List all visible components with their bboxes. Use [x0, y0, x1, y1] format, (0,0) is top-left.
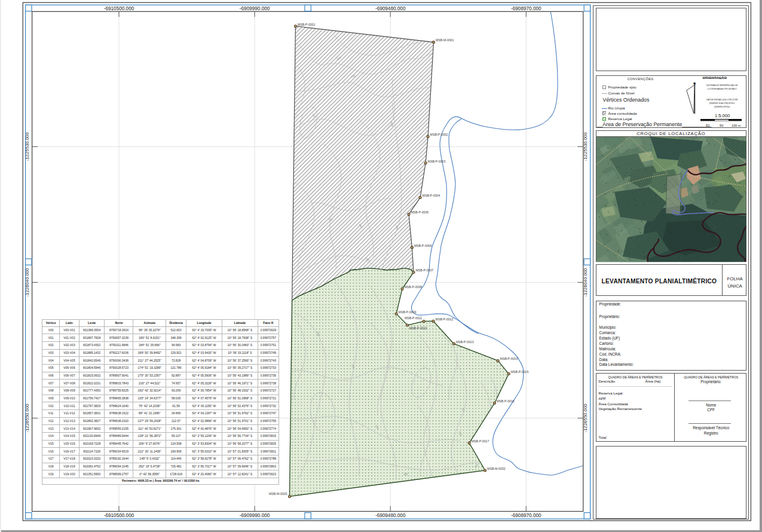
svg-text:MSB-P-0016: MSB-P-0016	[497, 399, 515, 403]
svg-text:-1225530.000: -1225530.000	[583, 132, 588, 161]
svg-text:-6909990.000: -6909990.000	[240, 6, 270, 11]
svg-text:MSB-P-0003: MSB-P-0003	[428, 160, 446, 163]
svg-text:MSB-P-0006: MSB-P-0006	[414, 244, 432, 247]
svg-text:MSB-P-0012: MSB-P-0012	[436, 317, 454, 321]
svg-text:MSB-P-0008: MSB-P-0008	[405, 285, 423, 289]
svg-text:148: 148	[390, 122, 394, 127]
svg-text:-6910500.000: -6910500.000	[104, 6, 134, 11]
svg-text:-1226550.000: -1226550.000	[583, 403, 588, 433]
svg-text:MSB-P-0017: MSB-P-0017	[472, 439, 489, 443]
svg-text:MSB-P-0015: MSB-P-0015	[511, 370, 529, 374]
svg-text:-6908970.000: -6908970.000	[511, 6, 541, 11]
svg-text:MSB-P-0011: MSB-P-0011	[405, 316, 422, 320]
svg-text:MSB-P-0001: MSB-P-0001	[298, 23, 316, 26]
svg-text:MSB-P-0004: MSB-P-0004	[423, 194, 440, 197]
svg-text:160: 160	[403, 473, 408, 476]
svg-text:-6908970.000: -6908970.000	[511, 513, 541, 518]
svg-text:MSB-M-0003: MSB-M-0003	[269, 492, 287, 496]
svg-text:-6909990.000: -6909990.000	[240, 513, 270, 518]
svg-text:-6909480.000: -6909480.000	[375, 6, 406, 11]
svg-text:MSB-P-0014: MSB-P-0014	[500, 357, 518, 360]
svg-text:MSB-P-0013: MSB-P-0013	[456, 340, 474, 344]
svg-text:MSB-M-0001: MSB-M-0001	[436, 38, 454, 42]
svg-text:MSB-P-0005: MSB-P-0005	[411, 210, 429, 214]
svg-text:MSB-M-0002: MSB-M-0002	[487, 467, 506, 470]
svg-text:MSB-P-0009: MSB-P-0009	[399, 310, 417, 314]
svg-text:MSB-P-0007: MSB-P-0007	[416, 268, 434, 272]
svg-text:-6909480.000: -6909480.000	[375, 513, 406, 518]
svg-text:MSB-P-0010: MSB-P-0010	[409, 326, 427, 330]
svg-text:-6910500.000: -6910500.000	[104, 513, 134, 518]
svg-text:-1226040.000: -1226040.000	[583, 268, 588, 297]
svg-text:MSB-P-0002: MSB-P-0002	[430, 133, 448, 136]
